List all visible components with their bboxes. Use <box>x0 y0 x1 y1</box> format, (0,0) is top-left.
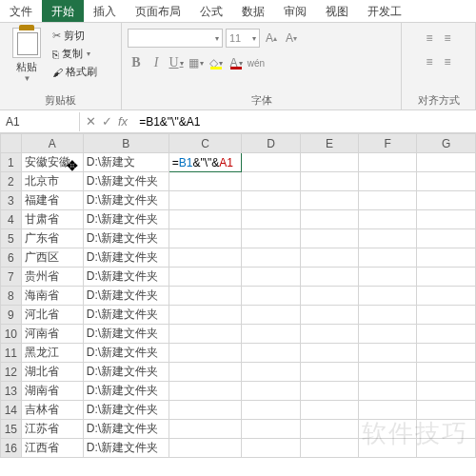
fx-icon[interactable]: fx <box>118 114 128 129</box>
font-name-select[interactable]: ▾ <box>128 29 223 48</box>
tab-insert[interactable]: 插入 <box>84 0 126 22</box>
align-left-button[interactable]: ≡ <box>421 53 438 70</box>
cell[interactable]: 湖北省 <box>21 363 83 382</box>
cell[interactable]: D:\新建文件夹 <box>83 439 169 458</box>
cell[interactable] <box>417 306 476 325</box>
cell[interactable] <box>300 363 358 382</box>
cell[interactable] <box>300 287 358 306</box>
row-header[interactable]: 4 <box>1 210 22 229</box>
cell[interactable]: D:\新建文件夹 <box>83 382 169 401</box>
cell[interactable] <box>417 287 476 306</box>
cell[interactable] <box>359 382 417 401</box>
cell[interactable] <box>417 153 476 172</box>
cell[interactable] <box>300 210 358 229</box>
row-header[interactable]: 1 <box>1 153 22 172</box>
underline-button[interactable]: U▾ <box>168 54 185 71</box>
col-header[interactable]: C <box>169 134 242 153</box>
cell[interactable]: 河北省 <box>21 306 83 325</box>
cell[interactable]: D:\新建文件夹 <box>83 248 169 268</box>
cell[interactable] <box>169 287 242 306</box>
cell[interactable]: 甘肃省 <box>21 210 83 229</box>
cell[interactable]: 广东省 <box>21 229 83 248</box>
cell[interactable] <box>300 344 358 363</box>
bold-button[interactable]: B <box>128 54 145 71</box>
align-middle-button[interactable]: ≡ <box>439 30 456 47</box>
cell[interactable] <box>300 172 358 191</box>
row-header[interactable]: 10 <box>1 325 22 344</box>
formula-input[interactable] <box>133 112 476 131</box>
cell[interactable] <box>169 210 242 229</box>
cell[interactable] <box>359 210 417 229</box>
cell[interactable] <box>417 210 476 229</box>
cell[interactable]: D:\新建文件夹 <box>83 401 169 420</box>
cell[interactable]: D:\新建文件夹 <box>83 191 169 210</box>
grid[interactable]: A B C D E F G 1安徽安徽✥D:\新建文=B1&"\"&A12北京市… <box>0 133 476 458</box>
cell[interactable] <box>169 401 242 420</box>
row-header[interactable]: 8 <box>1 287 22 306</box>
cell[interactable] <box>359 153 417 172</box>
cell[interactable]: D:\新建文件夹 <box>83 363 169 382</box>
row-header[interactable]: 15 <box>1 420 22 439</box>
font-color-button[interactable]: A▾ <box>228 54 245 71</box>
cell[interactable] <box>242 248 300 268</box>
cell[interactable]: D:\新建文件夹 <box>83 210 169 229</box>
cell[interactable] <box>359 191 417 210</box>
cell[interactable]: D:\新建文件夹 <box>83 268 169 287</box>
cell[interactable] <box>242 325 300 344</box>
cell[interactable] <box>242 268 300 287</box>
row-header[interactable]: 9 <box>1 306 22 325</box>
name-box[interactable]: A1 <box>0 112 80 131</box>
cell[interactable] <box>300 229 358 248</box>
cell[interactable] <box>242 439 300 458</box>
cell[interactable]: 河南省 <box>21 325 83 344</box>
cell[interactable] <box>417 325 476 344</box>
cell[interactable] <box>359 344 417 363</box>
align-center-button[interactable]: ≡ <box>439 53 456 70</box>
cell[interactable]: D:\新建文件夹 <box>83 172 169 191</box>
cell[interactable] <box>169 344 242 363</box>
cell[interactable] <box>417 382 476 401</box>
cell[interactable] <box>417 191 476 210</box>
cell[interactable] <box>359 248 417 268</box>
cell[interactable] <box>169 306 242 325</box>
cancel-formula-button[interactable]: ✕ <box>86 114 96 129</box>
cell[interactable] <box>417 344 476 363</box>
cell[interactable] <box>417 439 476 458</box>
cell[interactable]: 海南省 <box>21 287 83 306</box>
row-header[interactable]: 7 <box>1 268 22 287</box>
cell[interactable] <box>300 248 358 268</box>
row-header[interactable]: 2 <box>1 172 22 191</box>
cell[interactable] <box>242 420 300 439</box>
cell[interactable] <box>417 420 476 439</box>
row-header[interactable]: 16 <box>1 439 22 458</box>
cell[interactable]: D:\新建文件夹 <box>83 420 169 439</box>
row-header[interactable]: 12 <box>1 363 22 382</box>
cell[interactable] <box>242 363 300 382</box>
cell[interactable] <box>242 401 300 420</box>
row-header[interactable]: 14 <box>1 401 22 420</box>
tab-layout[interactable]: 页面布局 <box>126 0 190 22</box>
cell[interactable] <box>359 401 417 420</box>
cell[interactable]: D:\新建文件夹 <box>83 325 169 344</box>
cell[interactable]: 安徽安徽✥ <box>21 153 83 172</box>
cell[interactable]: =B1&"\"&A1 <box>169 153 242 172</box>
cell[interactable] <box>242 172 300 191</box>
cell[interactable] <box>169 172 242 191</box>
cell[interactable] <box>242 210 300 229</box>
cell[interactable]: 广西区 <box>21 248 83 268</box>
row-header[interactable]: 11 <box>1 344 22 363</box>
cell[interactable] <box>417 172 476 191</box>
cell[interactable] <box>359 229 417 248</box>
cell[interactable] <box>359 172 417 191</box>
cell[interactable] <box>169 363 242 382</box>
cell[interactable]: D:\新建文 <box>83 153 169 172</box>
cell[interactable] <box>300 401 358 420</box>
cell[interactable] <box>242 287 300 306</box>
tab-review[interactable]: 审阅 <box>274 0 316 22</box>
select-all-corner[interactable] <box>1 134 22 153</box>
tab-dev[interactable]: 开发工 <box>358 0 411 22</box>
col-header[interactable]: B <box>83 134 169 153</box>
fill-color-button[interactable]: ◇▾ <box>208 54 225 71</box>
phonetic-button[interactable]: wén <box>248 54 265 71</box>
cell[interactable] <box>300 439 358 458</box>
